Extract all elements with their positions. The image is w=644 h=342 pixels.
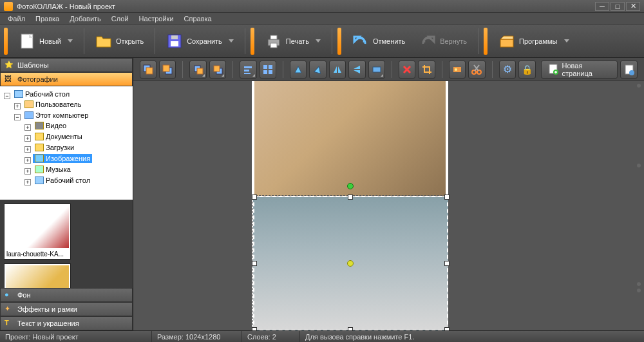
svg-rect-22 — [263, 65, 267, 69]
expander-icon[interactable]: − — [14, 114, 21, 120]
folder-icon — [35, 133, 44, 140]
fit-button[interactable] — [368, 61, 385, 79]
resize-handle[interactable] — [444, 195, 450, 200]
separator — [392, 61, 392, 78]
svg-rect-23 — [269, 65, 272, 69]
separator — [155, 28, 155, 54]
accordion-templates[interactable]: ⭐ Шаблоны — [0, 58, 133, 72]
accordion-effects[interactable]: ✦ Эффекты и рамки — [0, 302, 133, 316]
marker-dot — [637, 164, 641, 167]
filter-button[interactable] — [449, 61, 466, 79]
expander-icon[interactable]: + — [24, 168, 31, 175]
menu-layer[interactable]: Слой — [106, 14, 134, 24]
collage-photo-bottom[interactable] — [253, 196, 448, 330]
accordion-text[interactable]: T Текст и украшения — [0, 316, 133, 330]
expander-icon[interactable]: + — [24, 124, 31, 131]
rotate-right-button[interactable] — [309, 61, 326, 79]
svg-rect-14 — [163, 65, 169, 71]
svg-marker-26 — [295, 66, 301, 73]
maximize-button[interactable]: □ — [611, 2, 625, 11]
resize-handle[interactable] — [252, 327, 257, 330]
lock-icon: 🔒 — [522, 64, 533, 75]
workspace[interactable] — [133, 81, 644, 330]
distribute-button[interactable] — [260, 61, 276, 79]
folder-tree[interactable]: −Рабочий стол +Пользователь −Этот компью… — [0, 86, 133, 200]
open-button[interactable]: Открыть — [90, 28, 149, 54]
lock-button[interactable]: 🔒 — [518, 61, 535, 79]
close-button[interactable]: ✕ — [626, 2, 640, 11]
page-plus-icon — [548, 63, 558, 76]
desktop-icon — [35, 176, 44, 184]
status-help: Для вызова справки нажмите F1. — [300, 331, 644, 342]
thumbnail-grid: laura-chouette-KA... laura-chouette-Sz..… — [0, 200, 133, 288]
accordion-background[interactable]: ● Фон — [0, 288, 133, 302]
rotate-left-button[interactable] — [290, 61, 307, 79]
menu-settings[interactable]: Настройки — [134, 14, 179, 24]
flip-vertical-button[interactable] — [348, 61, 365, 79]
menu-file[interactable]: Файл — [3, 14, 30, 24]
send-backward-button[interactable] — [209, 61, 226, 79]
thumbnail-image — [6, 265, 69, 288]
right-markers — [637, 84, 643, 292]
resize-handle[interactable] — [444, 261, 450, 266]
flip-horizontal-button[interactable] — [329, 61, 346, 79]
print-button[interactable]: Печать — [260, 28, 327, 54]
crop-button[interactable] — [418, 61, 435, 79]
svg-rect-5 — [171, 35, 178, 39]
programs-button[interactable]: Программы — [493, 28, 574, 54]
resize-handle[interactable] — [252, 195, 257, 200]
expander-icon[interactable]: + — [14, 103, 21, 109]
svg-rect-9 — [500, 39, 513, 47]
bring-forward-button[interactable] — [189, 61, 206, 79]
expander-icon[interactable]: + — [24, 135, 31, 142]
folder-icon — [35, 122, 44, 129]
resize-handle[interactable] — [348, 195, 353, 200]
settings-button[interactable]: ⚙ — [499, 61, 516, 79]
delete-button[interactable] — [399, 61, 415, 79]
svg-marker-30 — [354, 66, 360, 69]
undo-button[interactable]: Отменить — [346, 28, 411, 54]
svg-marker-10 — [500, 36, 513, 39]
toolbar-accent — [484, 28, 488, 55]
new-page-button[interactable]: Новая страница — [541, 61, 618, 79]
send-back-button[interactable] — [159, 61, 176, 79]
menu-edit[interactable]: Правка — [30, 14, 64, 24]
cut-button[interactable] — [468, 61, 485, 79]
status-bar: Проект: Новый проект Размер: 1024x1280 С… — [0, 330, 644, 342]
new-button[interactable]: Новый — [13, 28, 79, 54]
align-button[interactable] — [240, 61, 256, 79]
dropdown-icon — [68, 39, 73, 43]
minimize-button[interactable]: ─ — [595, 2, 609, 11]
tree-node-pictures[interactable]: Изображения — [33, 154, 92, 163]
expander-icon[interactable]: + — [24, 179, 31, 185]
folder-icon — [35, 166, 44, 173]
svg-rect-20 — [244, 70, 249, 71]
svg-rect-24 — [263, 70, 267, 74]
toolbar-accent — [251, 28, 254, 55]
bring-front-button[interactable] — [140, 61, 156, 79]
undo-icon — [352, 33, 369, 50]
page-settings-button[interactable] — [620, 61, 637, 79]
menu-help[interactable]: Справка — [179, 14, 217, 24]
center-marker[interactable] — [347, 260, 354, 267]
thumbnail-item[interactable]: laura-chouette-Sz... — [4, 263, 71, 288]
expander-icon[interactable]: + — [24, 157, 31, 164]
resize-handle[interactable] — [252, 261, 257, 266]
separator — [283, 61, 283, 78]
canvas-area: ⚙ 🔒 Новая страница — [133, 58, 644, 330]
accordion-photos[interactable]: 🖼 Фотографии — [0, 72, 133, 86]
svg-marker-28 — [334, 66, 337, 73]
toolbar-accent — [4, 28, 8, 55]
resize-handle[interactable] — [348, 327, 353, 330]
separator — [478, 28, 478, 54]
expander-icon[interactable]: − — [4, 93, 10, 99]
separator — [332, 28, 332, 54]
thumbnail-item[interactable]: laura-chouette-KA... — [4, 204, 71, 260]
redo-button[interactable]: Вернуть — [413, 28, 473, 54]
collage-canvas[interactable] — [252, 81, 448, 330]
resize-handle[interactable] — [444, 327, 450, 330]
folder-icon — [35, 144, 44, 151]
menu-add[interactable]: Добавить — [64, 14, 106, 24]
save-button[interactable]: Сохранить — [160, 28, 240, 54]
expander-icon[interactable]: + — [24, 146, 31, 153]
